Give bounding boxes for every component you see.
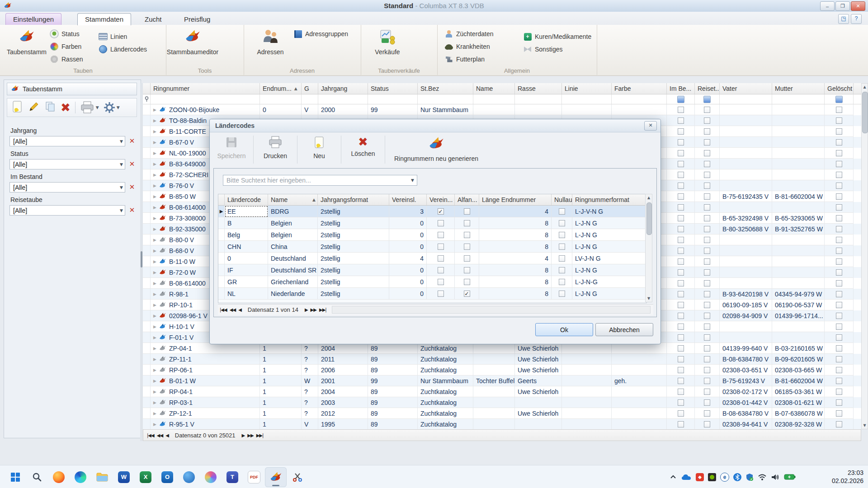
table-row[interactable]: ▶ R-95-1 V1V199589Zuchtkatalog02308-94-6…	[143, 419, 861, 430]
filter-combo-jahrgang[interactable]: [Alle]▼	[9, 136, 125, 146]
nav-next-button[interactable]: ▶	[305, 307, 308, 312]
print-button[interactable]: ▼	[80, 101, 99, 114]
checkbox[interactable]	[704, 161, 710, 167]
checkbox[interactable]	[438, 232, 444, 238]
dialog-button-drucken[interactable]: Drucken	[255, 135, 295, 160]
countrycode-row[interactable]: IFDeutschland SR2stellig08L-J-N G	[218, 264, 646, 276]
taskbar-app-excel[interactable]: X	[135, 467, 156, 487]
expand-arrow-icon[interactable]: ▶	[153, 183, 156, 188]
checkbox[interactable]	[678, 204, 684, 211]
checkbox[interactable]	[836, 302, 842, 308]
ribbon-button-status[interactable]: Status	[50, 28, 80, 39]
checkbox[interactable]	[836, 367, 842, 373]
filter-cell-mutter[interactable]	[772, 94, 825, 104]
ribbon-button-sonstiges[interactable]: Sonstiges	[523, 44, 562, 55]
dialog-horizontal-scrollbar[interactable]	[332, 306, 651, 314]
checkbox[interactable]	[678, 269, 684, 276]
checkbox[interactable]	[704, 399, 710, 406]
expand-arrow-icon[interactable]: ▶	[153, 108, 156, 112]
checkbox[interactable]	[678, 291, 684, 297]
countrycode-row[interactable]: 0Deutschland2stellig44LV-J-N G	[218, 253, 646, 264]
filter-cell-ring[interactable]	[151, 94, 260, 104]
nav-prev-page-button[interactable]: ◀◀	[157, 433, 163, 438]
checkbox[interactable]: ✓	[464, 291, 470, 297]
checkbox[interactable]	[559, 267, 565, 273]
ribbon-button-futterplan[interactable]: Futterplan	[444, 54, 485, 65]
checkbox[interactable]	[836, 345, 842, 352]
checkbox[interactable]	[559, 208, 565, 215]
column-header-mutter[interactable]: Mutter	[772, 83, 825, 94]
expand-arrow-icon[interactable]: ▶	[153, 118, 156, 123]
checkbox[interactable]	[559, 244, 565, 250]
ribbon-button-adressen[interactable]: Adressen	[246, 27, 294, 66]
expand-arrow-icon[interactable]: ▶	[153, 205, 156, 210]
table-row[interactable]: ▶ RP-04-11?200489ZuchtkatalogUwe Schierl…	[143, 386, 861, 397]
tab-stammdaten[interactable]: Stammdaten	[77, 13, 131, 25]
column-header-jahrgang[interactable]: Jahrgang	[318, 83, 368, 94]
close-button[interactable]: ✕	[851, 1, 865, 11]
checkbox[interactable]	[704, 248, 710, 254]
expand-arrow-icon[interactable]: ▶	[153, 335, 156, 340]
checkbox[interactable]	[704, 313, 710, 319]
checkbox[interactable]	[678, 128, 684, 135]
taskbar-app-thunderbird[interactable]	[178, 467, 200, 487]
column-header-reiset[interactable]: Reiset...	[695, 83, 720, 94]
column-header-endnum[interactable]: Endnum...▲	[260, 83, 302, 94]
taskbar-app-columba[interactable]	[265, 467, 287, 487]
checkbox[interactable]	[836, 389, 842, 395]
checkbox[interactable]	[559, 291, 565, 297]
expand-arrow-icon[interactable]: ▶	[153, 346, 156, 351]
checkbox[interactable]	[678, 172, 684, 178]
expand-arrow-icon[interactable]: ▶	[153, 400, 156, 405]
column-header-g[interactable]: G	[302, 83, 318, 94]
filter-clear-button[interactable]: ✕	[128, 183, 136, 191]
copy-record-button[interactable]	[44, 101, 56, 114]
countrycode-row[interactable]: ▶EEBDRG2stellig3✓4L-J-V-N G	[218, 206, 646, 217]
filter-clear-button[interactable]: ✕	[128, 206, 136, 214]
eset-tray-icon[interactable]: e	[720, 473, 729, 482]
expand-arrow-icon[interactable]: ▶	[153, 259, 156, 264]
expand-arrow-icon[interactable]: ▶	[153, 411, 156, 416]
checkbox[interactable]	[704, 324, 710, 330]
wifi-tray-icon[interactable]	[758, 474, 767, 481]
dialog-button-neu[interactable]: Neu	[299, 135, 339, 160]
checkbox[interactable]	[704, 128, 710, 135]
filter-cell-name[interactable]	[473, 94, 515, 104]
column-header-lange[interactable]: Länge Endnummer	[479, 194, 552, 205]
help-button[interactable]: ?	[851, 14, 862, 24]
filter-cell-g[interactable]	[302, 94, 318, 104]
countrycode-row[interactable]: BBelgien2stellig08L-J-N G	[218, 217, 646, 229]
column-header-linie[interactable]: Linie	[562, 83, 612, 94]
checkbox[interactable]	[836, 193, 842, 200]
checkbox[interactable]	[464, 220, 470, 226]
minimize-button[interactable]: –	[820, 1, 835, 11]
table-vertical-scrollbar[interactable]: ▲ ▼	[861, 83, 868, 429]
filter-cell-endnum[interactable]	[260, 94, 302, 104]
checkbox[interactable]	[704, 367, 710, 373]
checkbox[interactable]	[704, 139, 710, 145]
checkbox[interactable]	[704, 215, 710, 221]
checkbox[interactable]	[704, 280, 710, 286]
onedrive-tray-icon[interactable]	[681, 474, 692, 481]
taskbar-app-firefox[interactable]	[48, 467, 70, 487]
expand-arrow-icon[interactable]: ▶	[153, 368, 156, 372]
checkbox[interactable]	[678, 107, 684, 113]
ribbon-button-kuren-medikamente[interactable]: +Kuren/Medikamente	[523, 31, 591, 42]
column-header-alfan[interactable]: Alfan...	[455, 194, 479, 205]
taskbar-app-contacts[interactable]	[200, 467, 222, 487]
filter-cell-reiset[interactable]	[695, 94, 720, 104]
checkbox[interactable]	[678, 410, 684, 417]
checkbox[interactable]	[704, 334, 710, 341]
taskbar-app-outlook[interactable]: O	[156, 467, 178, 487]
expand-arrow-icon[interactable]: ▶	[153, 281, 156, 286]
edit-record-button[interactable]	[28, 101, 40, 114]
expand-arrow-icon[interactable]: ▶	[153, 173, 156, 177]
checkbox[interactable]	[836, 378, 842, 384]
column-header-ring[interactable]: Ringnummer	[151, 83, 260, 94]
column-header-ringformat[interactable]: Ringnummerformat	[572, 194, 646, 205]
tab-preisflug[interactable]: Preisflug	[176, 13, 218, 25]
expand-arrow-icon[interactable]: ▶	[153, 357, 156, 361]
checkbox[interactable]	[678, 356, 684, 362]
checkbox[interactable]	[678, 421, 684, 427]
taskbar-app-start[interactable]	[5, 467, 26, 487]
